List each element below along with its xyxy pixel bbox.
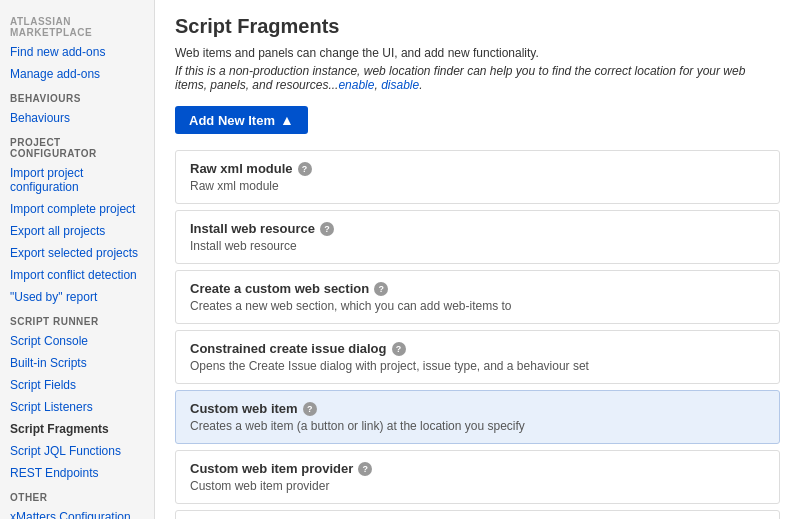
- sidebar-link-find-new-add-ons[interactable]: Find new add-ons: [0, 41, 154, 63]
- sidebar-link-script-fields[interactable]: Script Fields: [0, 374, 154, 396]
- help-icon[interactable]: ?: [298, 162, 312, 176]
- item-title: Create a custom web section?: [190, 281, 765, 296]
- sidebar-link-built-in-scripts[interactable]: Built-in Scripts: [0, 352, 154, 374]
- sidebar-link-script-fragments[interactable]: Script Fragments: [0, 418, 154, 440]
- sidebar-link-export-selected-projects[interactable]: Export selected projects: [0, 242, 154, 264]
- item-row[interactable]: Custom web item?Creates a web item (a bu…: [175, 390, 780, 444]
- sidebar-section-behaviours: BEHAVIOURS: [0, 85, 154, 107]
- item-row[interactable]: Raw xml module?Raw xml module: [175, 150, 780, 204]
- sidebar: ATLASSIAN MARKETPLACEFind new add-onsMan…: [0, 0, 155, 519]
- item-row[interactable]: Show a web panel?Create a custom web pan…: [175, 510, 780, 519]
- page-title: Script Fragments: [175, 15, 780, 38]
- page-description: Web items and panels can change the UI, …: [175, 46, 780, 60]
- sidebar-section-atlassian-marketplace: ATLASSIAN MARKETPLACE: [0, 10, 154, 41]
- item-row[interactable]: Custom web item provider?Custom web item…: [175, 450, 780, 504]
- help-icon[interactable]: ?: [392, 342, 406, 356]
- sidebar-link-used-by-report[interactable]: "Used by" report: [0, 286, 154, 308]
- item-title-text: Custom web item provider: [190, 461, 353, 476]
- add-new-item-button[interactable]: Add New Item ▲: [175, 106, 308, 134]
- item-description: Creates a new web section, which you can…: [190, 299, 765, 313]
- sidebar-link-import-conflict-detection[interactable]: Import conflict detection: [0, 264, 154, 286]
- help-icon[interactable]: ?: [358, 462, 372, 476]
- help-icon[interactable]: ?: [374, 282, 388, 296]
- help-icon[interactable]: ?: [320, 222, 334, 236]
- item-description: Custom web item provider: [190, 479, 765, 493]
- add-new-item-label: Add New Item: [189, 113, 275, 128]
- sidebar-link-export-all-projects[interactable]: Export all projects: [0, 220, 154, 242]
- add-button-arrow-icon: ▲: [280, 112, 294, 128]
- page-description-italic: If this is a non-production instance, we…: [175, 64, 780, 92]
- sidebar-link-rest-endpoints[interactable]: REST Endpoints: [0, 462, 154, 484]
- item-title-text: Constrained create issue dialog: [190, 341, 387, 356]
- disable-link[interactable]: disable: [381, 78, 419, 92]
- item-title-text: Install web resource: [190, 221, 315, 236]
- sidebar-link-xmatters-configuration[interactable]: xMatters Configuration: [0, 506, 154, 519]
- main-content: Script Fragments Web items and panels ca…: [155, 0, 800, 519]
- sidebar-link-script-console[interactable]: Script Console: [0, 330, 154, 352]
- item-row[interactable]: Create a custom web section?Creates a ne…: [175, 270, 780, 324]
- item-description: Raw xml module: [190, 179, 765, 193]
- item-row[interactable]: Install web resource?Install web resourc…: [175, 210, 780, 264]
- sidebar-section-script-runner: SCRIPT RUNNER: [0, 308, 154, 330]
- sidebar-link-behaviours[interactable]: Behaviours: [0, 107, 154, 129]
- sidebar-section-project-configurator: PROJECT CONFIGURATOR: [0, 129, 154, 162]
- item-title: Raw xml module?: [190, 161, 765, 176]
- item-title-text: Create a custom web section: [190, 281, 369, 296]
- sidebar-link-import-project-configuration[interactable]: Import project configuration: [0, 162, 154, 198]
- item-title: Custom web item?: [190, 401, 765, 416]
- sidebar-link-script-listeners[interactable]: Script Listeners: [0, 396, 154, 418]
- item-title: Install web resource?: [190, 221, 765, 236]
- item-title-text: Custom web item: [190, 401, 298, 416]
- item-title-text: Raw xml module: [190, 161, 293, 176]
- item-title: Constrained create issue dialog?: [190, 341, 765, 356]
- sidebar-section-other: OTHER: [0, 484, 154, 506]
- items-list: Raw xml module?Raw xml moduleInstall web…: [175, 150, 780, 519]
- item-row[interactable]: Constrained create issue dialog?Opens th…: [175, 330, 780, 384]
- help-icon[interactable]: ?: [303, 402, 317, 416]
- sidebar-link-import-complete-project[interactable]: Import complete project: [0, 198, 154, 220]
- item-description: Opens the Create Issue dialog with proje…: [190, 359, 765, 373]
- enable-link[interactable]: enable: [338, 78, 374, 92]
- sidebar-link-script-jql-functions[interactable]: Script JQL Functions: [0, 440, 154, 462]
- sidebar-link-manage-add-ons[interactable]: Manage add-ons: [0, 63, 154, 85]
- item-description: Install web resource: [190, 239, 765, 253]
- item-description: Creates a web item (a button or link) at…: [190, 419, 765, 433]
- item-title: Custom web item provider?: [190, 461, 765, 476]
